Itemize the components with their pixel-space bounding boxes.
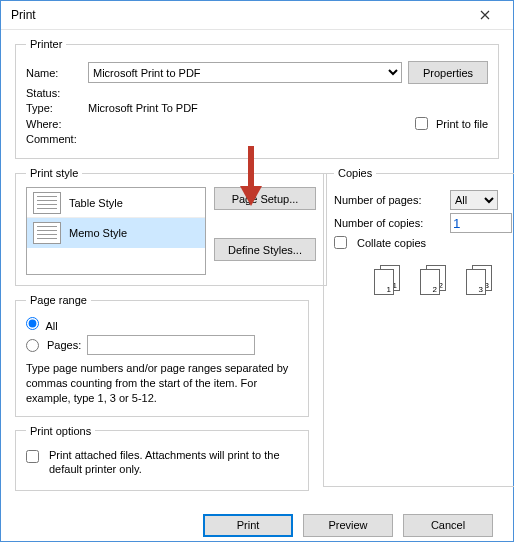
range-all-label: All: [45, 320, 57, 332]
titlebar: Print: [1, 1, 513, 30]
ncopies-input[interactable]: [450, 213, 512, 233]
define-styles-button[interactable]: Define Styles...: [214, 238, 316, 261]
npages-label: Number of pages:: [334, 194, 444, 206]
page-range-legend: Page range: [26, 294, 91, 306]
cancel-button[interactable]: Cancel: [403, 514, 493, 537]
printer-name-select[interactable]: Microsoft Print to PDF: [88, 62, 402, 83]
print-to-file-checkbox[interactable]: [415, 117, 428, 130]
print-button[interactable]: Print: [203, 514, 293, 537]
style-label: Memo Style: [69, 227, 127, 239]
type-value: Microsoft Print To PDF: [88, 102, 198, 114]
page-icon: 2: [420, 269, 440, 295]
range-hint: Type page numbers and/or page ranges sep…: [26, 361, 298, 406]
name-label: Name:: [26, 67, 82, 79]
style-item-memo[interactable]: Memo Style: [27, 218, 205, 248]
memo-style-icon: [33, 222, 61, 244]
status-label: Status:: [26, 87, 82, 99]
style-list[interactable]: Table Style Memo Style: [26, 187, 206, 275]
print-attached-checkbox[interactable]: [26, 450, 39, 463]
range-pages-row[interactable]: Pages:: [26, 339, 81, 352]
printer-group: Printer Name: Microsoft Print to PDF Pro…: [15, 38, 499, 159]
npages-select[interactable]: All: [450, 190, 498, 210]
page-icon: 1: [374, 269, 394, 295]
page-range-group: Page range All Pages: T: [15, 294, 309, 417]
collate-checkbox[interactable]: [334, 236, 347, 249]
preview-button[interactable]: Preview: [303, 514, 393, 537]
close-button[interactable]: [465, 1, 505, 29]
range-pages-radio[interactable]: [26, 339, 39, 352]
range-all-radio[interactable]: [26, 317, 39, 330]
page-setup-button[interactable]: Page Setup...: [214, 187, 316, 210]
footer: Print Preview Cancel: [1, 509, 513, 541]
table-style-icon: [33, 192, 61, 214]
copies-group: Copies Number of pages: All Number of co…: [323, 167, 514, 487]
print-options-group: Print options Print attached files. Atta…: [15, 425, 309, 492]
ncopies-label: Number of copies:: [334, 217, 444, 229]
copies-legend: Copies: [334, 167, 376, 179]
range-all-row[interactable]: All: [26, 317, 58, 332]
style-label: Table Style: [69, 197, 123, 209]
print-to-file-label: Print to file: [436, 118, 488, 130]
page-icon: 3: [466, 269, 486, 295]
where-label: Where:: [26, 118, 82, 130]
collate-row[interactable]: Collate copies: [334, 236, 514, 249]
pages-input[interactable]: [87, 335, 255, 355]
properties-button[interactable]: Properties: [408, 61, 488, 84]
attached-row[interactable]: Print attached files. Attachments will p…: [26, 448, 298, 478]
type-label: Type:: [26, 102, 82, 114]
printer-legend: Printer: [26, 38, 66, 50]
print-to-file-row[interactable]: Print to file: [415, 117, 488, 130]
print-options-legend: Print options: [26, 425, 95, 437]
style-item-table[interactable]: Table Style: [27, 188, 205, 218]
collate-preview-icon: 1 1 2 2 3 3: [334, 263, 514, 295]
collate-label: Collate copies: [357, 237, 426, 249]
print-dialog: Print Printer Name: Microsoft Print to P…: [0, 0, 514, 542]
window-title: Print: [9, 8, 465, 22]
range-pages-label: Pages:: [47, 339, 81, 351]
print-attached-label: Print attached files. Attachments will p…: [49, 448, 298, 478]
print-style-legend: Print style: [26, 167, 82, 179]
print-style-group: Print style Table Style Memo Style: [15, 167, 327, 286]
comment-label: Comment:: [26, 133, 82, 145]
